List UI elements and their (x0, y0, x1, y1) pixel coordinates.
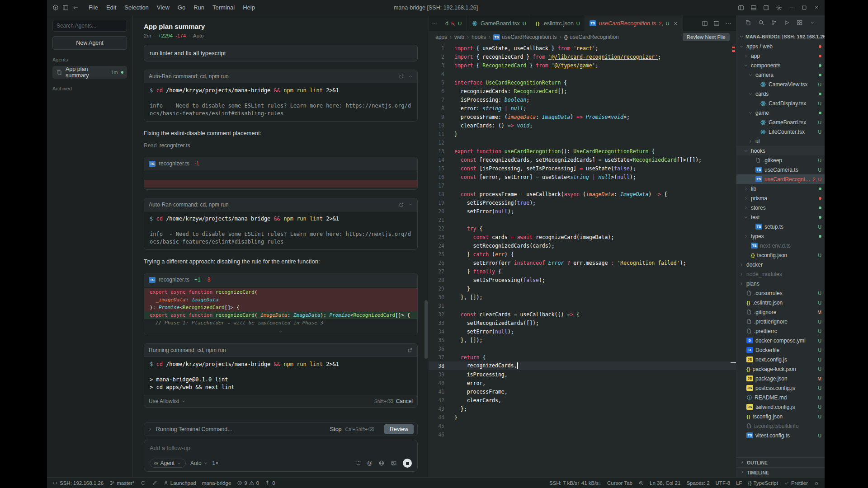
code-line[interactable]: 8 error: string | null; (429, 104, 736, 113)
line-number[interactable]: 4 (429, 71, 454, 77)
line-number[interactable]: 39 (429, 371, 454, 378)
line-number[interactable]: 17 (429, 183, 454, 189)
maximize-icon[interactable] (801, 5, 807, 11)
file-tree-item[interactable]: .prettierrcU (736, 326, 825, 336)
menu-view[interactable]: View (153, 3, 173, 12)
code-line[interactable]: 23 const cards = await recognizeCard(ima… (429, 233, 736, 241)
file-tree-item[interactable]: {}.eslintrc.jsonU (736, 298, 825, 307)
attach-image-icon[interactable] (391, 460, 397, 466)
status-item[interactable]: SSH: 7 kB/s↑ 41 kB/s↓ (549, 480, 601, 486)
status-item[interactable]: SSH: 192.168.1.26 (52, 480, 104, 486)
multiplier[interactable]: 1× (212, 460, 219, 466)
line-number[interactable]: 13 (429, 148, 454, 155)
close-icon[interactable] (814, 5, 819, 10)
tab-useCardRecognition.ts[interactable]: TSuseCardRecognition.ts2,U (585, 15, 684, 31)
tab-overflow-icon[interactable] (429, 15, 441, 31)
file-tree-item[interactable]: TSvitest.config.tsU (736, 431, 825, 440)
file-tree-item[interactable]: Ddocker-compose.ymlU (736, 336, 825, 345)
extensions-icon[interactable] (797, 19, 803, 27)
status-item[interactable]: Launchpad (163, 480, 196, 486)
layout-sidebar-left-icon[interactable] (738, 5, 744, 11)
line-number[interactable]: 3 (429, 62, 454, 69)
code-line[interactable]: 3import { RecognizedCard } from '@/types… (429, 61, 736, 70)
section-timeline[interactable]: TIMELINE (736, 467, 825, 477)
files-icon[interactable] (745, 19, 751, 27)
file-tree-item[interactable]: CameraView.tsxU (736, 80, 825, 89)
line-number[interactable]: 24 (429, 243, 454, 249)
line-number[interactable]: 7 (429, 97, 454, 103)
code-line[interactable]: 17 (429, 181, 736, 190)
line-number[interactable]: 45 (429, 423, 454, 429)
agent-item[interactable]: App plan summary 1m (52, 66, 127, 79)
line-number[interactable]: 35 (429, 337, 454, 343)
line-number[interactable]: 23 (429, 234, 454, 240)
code-line[interactable]: 36 (429, 344, 736, 353)
file-tree-item[interactable]: DDockerfileU (736, 345, 825, 355)
line-number[interactable]: 36 (429, 346, 454, 352)
line-number[interactable]: 40 (429, 380, 454, 386)
breadcrumb-item[interactable]: web (454, 34, 464, 40)
collapse-icon[interactable] (408, 74, 413, 79)
close-tab-icon[interactable] (673, 21, 678, 26)
web-search-icon[interactable] (378, 460, 385, 466)
line-number[interactable]: 22 (429, 225, 454, 232)
breadcrumb-item[interactable]: {}useCardRecognition (564, 34, 618, 40)
file-tree-item[interactable]: apps / web (736, 42, 825, 51)
split-editor-icon[interactable] (702, 20, 708, 27)
review-button[interactable]: Review (384, 424, 414, 434)
terminal-card-header[interactable]: Auto-Ran command: cd, npm run (144, 70, 417, 83)
line-number[interactable]: 26 (429, 260, 454, 266)
mention-icon[interactable]: @ (367, 460, 373, 466)
open-in-terminal-icon[interactable] (399, 74, 404, 79)
code-line[interactable]: 32 const clearCards = useCallback(() => … (429, 310, 736, 319)
line-number[interactable]: 32 (429, 311, 454, 318)
file-tree-item[interactable]: node_modules (736, 269, 825, 279)
line-number[interactable]: 38 (429, 363, 454, 369)
chevron-down-icon[interactable] (810, 19, 816, 27)
status-item[interactable]: {}TypeScript (748, 480, 778, 486)
code-line[interactable]: 18 const processFrame = useCallback(asyn… (429, 190, 736, 198)
code-line[interactable]: 45 (429, 422, 736, 430)
file-tree-item[interactable]: README.mdU (736, 393, 825, 402)
code-line[interactable]: 16 const [error, setError] = useState<st… (429, 173, 736, 181)
code-line[interactable]: 21 (429, 216, 736, 224)
code-line[interactable]: 11} (429, 130, 736, 138)
code-line[interactable]: 7 isProcessing: boolean; (429, 95, 736, 104)
file-tree-item[interactable]: plans (736, 279, 825, 288)
minimize-icon[interactable] (788, 5, 795, 11)
status-item[interactable]: Prettier (784, 480, 808, 486)
agent-mode-selector[interactable]: ∞ Agent (150, 459, 186, 468)
chat-scrollbar[interactable] (425, 300, 428, 359)
expand-diff-button[interactable] (144, 328, 417, 335)
code-line[interactable]: 14 const [recognizedCards, setRecognized… (429, 155, 736, 164)
section-outline[interactable]: OUTLINE (736, 457, 825, 467)
status-item[interactable]: UTF-8 (716, 480, 731, 486)
line-number[interactable]: 10 (429, 122, 454, 129)
line-number[interactable]: 8 (429, 105, 454, 112)
code-line[interactable]: 6 recognizedCards: RecognizedCard[]; (429, 87, 736, 95)
status-item[interactable]: 0 (265, 480, 275, 486)
status-item[interactable] (814, 480, 819, 486)
line-number[interactable]: 25 (429, 251, 454, 258)
status-item[interactable] (152, 480, 157, 486)
line-number[interactable]: 34 (429, 328, 454, 335)
menu-help[interactable]: Help (239, 3, 259, 12)
line-number[interactable]: 5 (429, 80, 454, 86)
code-line[interactable]: 39 isProcessing, (429, 370, 736, 379)
code-line[interactable]: 5interface UseCardRecognitionReturn { (429, 78, 736, 87)
code-line[interactable]: 9 processFrame: (imageData: ImageData) =… (429, 113, 736, 121)
line-number[interactable]: 43 (429, 406, 454, 412)
layout-sidebar-right-icon[interactable] (763, 5, 769, 11)
code-line[interactable]: 33 setRecognizedCards([]); (429, 319, 736, 327)
stop-generation-button[interactable] (403, 459, 412, 468)
code-line[interactable]: 24 setRecognizedCards(cards); (429, 241, 736, 250)
status-item[interactable]: Cursor Tab (607, 480, 632, 486)
file-tree-item[interactable]: camera (736, 70, 825, 80)
file-tree-item[interactable]: .gitkeepU (736, 155, 825, 165)
terminal-card-header[interactable]: Auto-Ran command: cd, npm run (144, 198, 417, 211)
history-icon[interactable] (356, 460, 361, 466)
diff-card-header[interactable]: TS recognizer.ts +1 -3 (144, 273, 417, 286)
status-item[interactable] (638, 480, 644, 486)
explorer-header[interactable]: MANA-BRIDGE [SSH: 192.168.1.26] (736, 31, 825, 42)
file-tree-item[interactable]: TSsetup.tsU (736, 222, 825, 231)
